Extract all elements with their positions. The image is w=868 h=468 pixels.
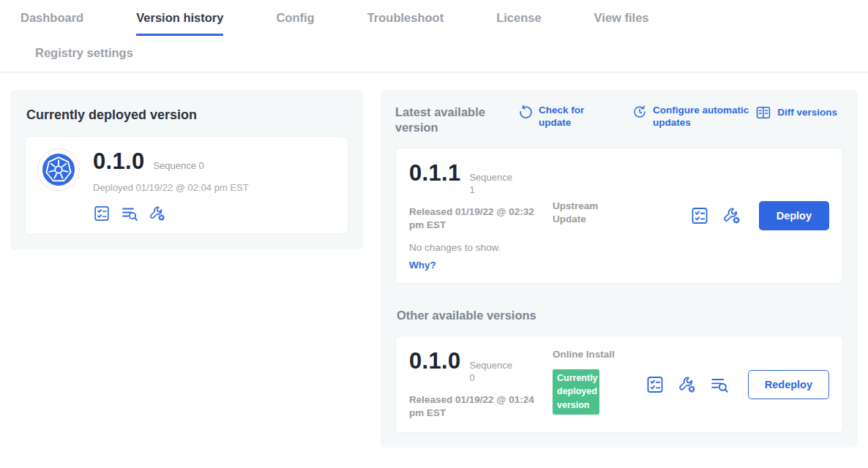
current-version-details: 0.1.0 Sequence 0 Deployed 01/19/22 @ 02:… <box>93 148 249 222</box>
no-changes-text: No changes to show. <box>409 242 553 253</box>
version-history-panel: Latest available version Check for updat… <box>381 90 858 448</box>
release-notes-icon[interactable] <box>690 206 709 225</box>
other-available-versions-title: Other available versions <box>397 309 843 322</box>
tab-view-files[interactable]: View files <box>594 11 649 36</box>
current-version-title: Currently deployed version <box>26 107 347 123</box>
other-version-released-timestamp: Released 01/19/22 @ 01:24 pm EST <box>409 393 542 420</box>
tab-troubleshoot[interactable]: Troubleshoot <box>367 11 444 36</box>
check-for-update-label: Check for update <box>539 105 591 129</box>
other-version-details: 0.1.0 Sequence 0 Released 01/19/22 @ 01:… <box>409 348 553 420</box>
latest-version-details: 0.1.1 Sequence 1 Released 01/19/22 @ 02:… <box>409 160 553 271</box>
other-version-card: 0.1.0 Sequence 0 Released 01/19/22 @ 01:… <box>395 336 843 432</box>
other-version-actions: Redeploy <box>646 370 829 399</box>
tab-dashboard[interactable]: Dashboard <box>20 11 83 36</box>
redeploy-button[interactable]: Redeploy <box>748 370 829 399</box>
other-version-number: 0.1.0 <box>409 348 460 374</box>
refresh-icon <box>518 105 533 119</box>
latest-version-source: Upstream Update <box>553 200 629 226</box>
edit-config-icon[interactable] <box>722 206 741 225</box>
configure-automatic-updates-label: Configure automatic updates <box>653 105 749 129</box>
tab-license[interactable]: License <box>496 11 541 36</box>
edit-config-icon[interactable] <box>678 375 697 394</box>
latest-version-card: 0.1.1 Sequence 1 Released 01/19/22 @ 02:… <box>395 148 843 284</box>
edit-config-icon[interactable] <box>149 205 166 222</box>
auto-update-clock-icon <box>632 105 647 119</box>
version-history-header: Latest available version Check for updat… <box>395 105 843 135</box>
current-version-deployed-timestamp: Deployed 01/19/22 @ 02:04 pm EST <box>93 182 249 193</box>
view-logs-icon[interactable] <box>710 375 729 394</box>
other-version-sequence: Sequence 0 <box>469 360 515 385</box>
why-link[interactable]: Why? <box>409 260 436 271</box>
tab-config[interactable]: Config <box>276 11 314 36</box>
main-content: Currently deployed version 0.1.0 Sequenc… <box>0 72 868 465</box>
top-nav: Dashboard Version history Config Trouble… <box>0 0 868 72</box>
diff-icon <box>755 105 771 121</box>
release-notes-icon[interactable] <box>646 375 665 394</box>
nav-tabs-row-1: Dashboard Version history Config Trouble… <box>20 11 868 36</box>
configure-automatic-updates-link[interactable]: Configure automatic updates <box>632 105 749 129</box>
nav-tabs-row-2: Registry settings <box>35 46 868 72</box>
current-version-card: 0.1.0 Sequence 0 Deployed 01/19/22 @ 02:… <box>25 136 348 235</box>
deploy-button[interactable]: Deploy <box>759 201 829 230</box>
latest-version-actions: Deploy <box>690 201 829 230</box>
diff-versions-link[interactable]: Diff versions <box>755 105 837 121</box>
latest-version-title: Latest available version <box>395 105 506 135</box>
other-version-source: Online Install <box>553 348 629 361</box>
current-version-panel: Currently deployed version 0.1.0 Sequenc… <box>10 90 363 249</box>
check-for-update-link[interactable]: Check for update <box>518 105 591 129</box>
kubernetes-logo-icon <box>37 148 80 191</box>
current-version-number: 0.1.0 <box>93 148 144 175</box>
current-version-actions <box>93 205 249 222</box>
tab-version-history[interactable]: Version history <box>136 11 223 36</box>
currently-deployed-badge: Currently deployed version <box>553 369 599 415</box>
latest-version-number: 0.1.1 <box>409 160 460 186</box>
tab-registry-settings[interactable]: Registry settings <box>35 46 133 59</box>
current-version-sequence: Sequence 0 <box>153 160 203 171</box>
latest-version-sequence: Sequence 1 <box>469 172 515 197</box>
diff-versions-label: Diff versions <box>777 107 837 119</box>
release-notes-icon[interactable] <box>93 205 111 222</box>
view-logs-icon[interactable] <box>121 205 138 222</box>
latest-version-released-timestamp: Released 01/19/22 @ 02:32 pm EST <box>409 205 542 232</box>
